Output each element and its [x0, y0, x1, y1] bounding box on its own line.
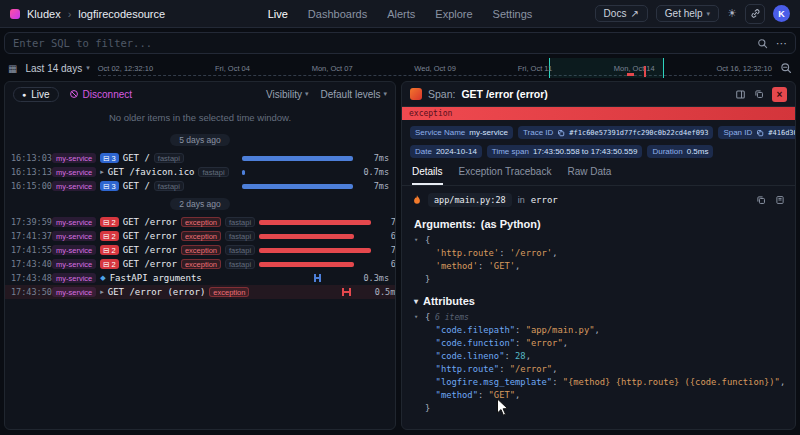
meta-value: my-service [469, 128, 508, 137]
span-count-badge[interactable]: ⊟3 [100, 181, 118, 191]
duration-bar [242, 170, 245, 175]
share-link-icon[interactable] [745, 4, 765, 24]
top-nav: Kludex › logfirecodesource Live Dashboar… [0, 0, 800, 28]
breadcrumb-separator-icon: › [68, 8, 72, 20]
timeline-track[interactable]: Oct 02, 12:32:10 Fri, Oct 04 Mon, Oct 07… [98, 58, 772, 78]
code-line: "method": "GET", [414, 389, 783, 402]
chevron-down-icon[interactable]: ▾ [414, 297, 418, 306]
expand-arrow-icon[interactable]: ▸ [100, 288, 104, 296]
code-token: '/error' [510, 247, 552, 260]
span-duration: 7ms [379, 245, 395, 255]
get-help-button[interactable]: Get help ▾ [656, 5, 719, 22]
span-count-badge[interactable]: ⊟2 [100, 217, 118, 227]
trace-row[interactable]: 17:43:48my-service◆FastAPI arguments0.3m… [5, 271, 395, 285]
span-count-badge[interactable]: ⊟2 [100, 231, 118, 241]
span-duration: 0.7ms [362, 167, 389, 177]
trace-row[interactable]: 17:41:55my-service⊟2GET /errorexceptionf… [5, 243, 395, 257]
copy-span-icon[interactable] [754, 89, 764, 99]
trace-row[interactable]: 16:13:03my-service⊟3GET /fastapi7ms [5, 151, 395, 165]
code-token: "{method} {http.route} ({code.function})… [563, 376, 780, 389]
tab-live[interactable]: Live [268, 8, 288, 20]
more-options-icon[interactable]: ⋯ [776, 37, 787, 50]
zoom-out-icon[interactable] [780, 62, 792, 74]
copy-trace-id-icon[interactable] [557, 129, 565, 137]
span-label: GET /error (error) [108, 287, 206, 297]
span-count-badge[interactable]: ⊟2 [100, 245, 118, 255]
tab-details[interactable]: Details [412, 166, 443, 185]
duration-bar [259, 262, 354, 267]
span-count-badge[interactable]: ⊟2 [100, 259, 118, 269]
collapse-chevron-icon[interactable]: ▾ [414, 234, 425, 247]
sql-filter-input[interactable] [13, 37, 749, 49]
trace-row[interactable]: 17:43:50my-service▸GET /error (error)exc… [5, 285, 395, 299]
levels-label: Default levels [320, 89, 380, 100]
service-tag: my-service [52, 153, 96, 163]
tag-exception: exception [209, 287, 249, 297]
collapse-chevron-icon[interactable]: ▾ [414, 311, 425, 324]
open-in-panel-icon[interactable] [735, 89, 746, 100]
theme-toggle-icon[interactable]: ☀ [727, 7, 737, 20]
trace-row[interactable]: 17:39:59my-service⊟2GET /errorexceptionf… [5, 215, 395, 229]
sql-filter-bar: ⋯ [4, 32, 796, 54]
live-label: Live [31, 89, 49, 100]
copy-span-id-icon[interactable] [756, 129, 764, 137]
project-name[interactable]: logfirecodesource [78, 8, 165, 20]
code-token: "code.function" [436, 337, 515, 350]
disconnect-button[interactable]: Disconnect [69, 89, 132, 100]
tab-exception-traceback[interactable]: Exception Traceback [459, 166, 552, 185]
nav-right-actions: Docs ↗ Get help ▾ ☀ K [595, 4, 790, 24]
span-count-badge[interactable]: ⊟3 [100, 153, 118, 163]
meta-time-span: Time span 17:43:50.558 to 17:43:50.559 [487, 145, 643, 158]
live-toggle-button[interactable]: ● Live [13, 87, 59, 102]
span-duration: 0.3ms [362, 273, 389, 283]
badge-count: 2 [112, 246, 116, 255]
trace-row[interactable]: 16:13:13my-service▸GET /favicon.icofasta… [5, 165, 395, 179]
trace-row[interactable]: 17:41:37my-service⊟2GET /errorexceptionf… [5, 229, 395, 243]
chevron-down-icon: ▾ [383, 90, 387, 98]
arguments-code: ▾{ 'http.route': '/error', 'method': 'GE… [414, 234, 783, 286]
levels-dropdown[interactable]: Default levels ▾ [320, 89, 387, 100]
meta-label: Date [415, 147, 432, 156]
expand-arrow-icon[interactable]: ▸ [100, 168, 104, 176]
duration-bar-zone [259, 232, 375, 240]
tab-alerts[interactable]: Alerts [387, 8, 415, 20]
code-indent [425, 247, 436, 260]
visibility-dropdown[interactable]: Visibility ▾ [266, 89, 308, 100]
code-location-pill[interactable]: app/main.py:28 [428, 193, 512, 207]
org-logo-icon[interactable] [10, 9, 20, 19]
copy-location-icon[interactable] [756, 195, 766, 205]
time-group-label: 2 days ago [170, 198, 230, 210]
span-duration: 7ms [379, 217, 395, 227]
duration-bar-zone [259, 218, 375, 226]
span-timestamp: 16:13:03 [11, 153, 48, 163]
code-line: "logfire.msg_template": "{method} {http.… [414, 376, 783, 389]
collapse-icon: ⊟ [103, 260, 109, 269]
tab-settings[interactable]: Settings [493, 8, 533, 20]
live-panel-controls: Visibility ▾ Default levels ▾ [266, 89, 387, 100]
time-range-selector[interactable]: Last 14 days ▾ [25, 63, 89, 74]
org-name[interactable]: Kludex [27, 8, 61, 20]
location-actions [756, 195, 785, 205]
trace-row[interactable]: 16:15:00my-service⊟3GET /fastapi7ms [5, 179, 395, 193]
code-line: "code.filepath": "app/main.py", [414, 324, 783, 337]
close-panel-button[interactable]: × [772, 87, 787, 102]
duration-bar [259, 234, 354, 239]
tab-dashboards[interactable]: Dashboards [308, 8, 367, 20]
trace-row[interactable]: 17:43:40my-service⊟2GET /errorexceptionf… [5, 257, 395, 271]
pin-location-icon[interactable] [775, 195, 785, 205]
in-keyword: in [518, 195, 525, 205]
meta-label: Service Name [415, 128, 465, 137]
code-token: : [478, 389, 489, 402]
code-line: } [414, 273, 783, 286]
code-token: , [526, 350, 531, 363]
calendar-icon[interactable]: ▦ [8, 63, 17, 74]
code-token: "app/main.py" [526, 324, 595, 337]
search-icon[interactable] [757, 38, 768, 49]
tab-explore[interactable]: Explore [435, 8, 472, 20]
docs-button[interactable]: Docs ↗ [595, 5, 648, 22]
user-avatar[interactable]: K [773, 5, 790, 22]
meta-value: #416d30c0ccd46cd0 [768, 129, 796, 137]
tab-raw-data[interactable]: Raw Data [567, 166, 611, 185]
code-line: "code.function": "error", [414, 337, 783, 350]
duration-bar-zone [259, 246, 375, 254]
